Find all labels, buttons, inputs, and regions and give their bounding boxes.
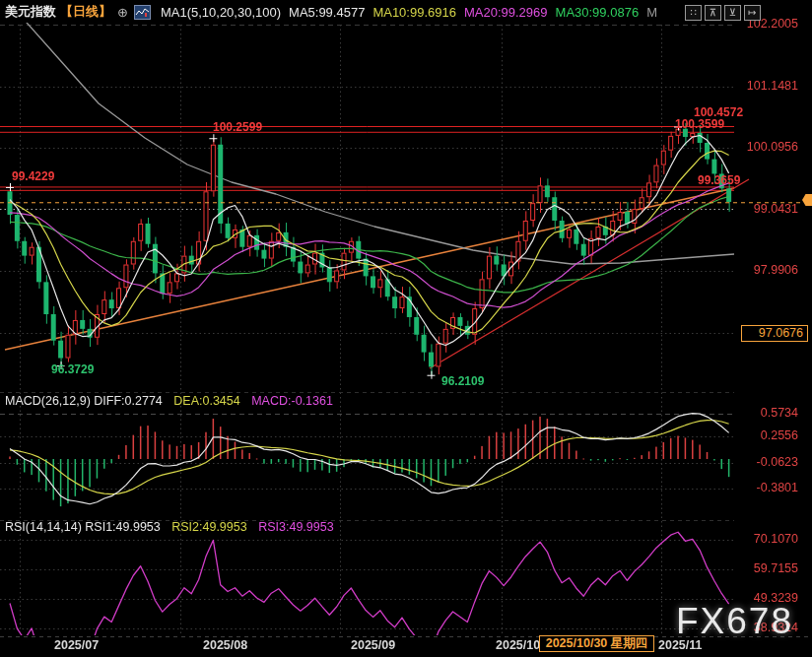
chart-toolbar: ∷ ⊼ ⊻ ↦ (685, 5, 761, 21)
ma30-value: MA30:99.0876 (556, 5, 640, 20)
expand-right-icon[interactable]: ↦ (744, 5, 761, 21)
pane-down-icon[interactable]: ⊻ (724, 5, 741, 21)
symbol-title: 美元指数 (5, 3, 56, 21)
pane-up-icon[interactable]: ⊼ (705, 5, 721, 21)
fx678-watermark: FX678 (676, 601, 793, 642)
crosshair-price-label: 97.0676 (741, 325, 808, 342)
rsi-params-rsi1: RSI(14,14,14) RSI1:49.9953 (5, 520, 161, 534)
macd-params-diff: MACD(26,12,9) DIFF:0.2774 (5, 394, 163, 408)
split-layout-icon[interactable]: ∷ (685, 5, 702, 21)
crosshair-date-label: 2025/10/30 星期四 (539, 635, 654, 652)
ma10-value: MA10:99.6916 (372, 5, 456, 20)
add-indicator-icon[interactable]: ⊕ (117, 5, 128, 20)
period-m-button[interactable]: M (646, 5, 657, 20)
period-label[interactable]: 【日线】 (60, 3, 111, 21)
mini-chart-icon[interactable] (134, 5, 151, 20)
macd-hist-value: MACD:-0.1361 (251, 394, 333, 408)
rsi2-value: RSI2:49.9953 (171, 520, 246, 534)
rsi3-value: RSI3:49.9953 (258, 520, 333, 534)
rsi-header: RSI(14,14,14) RSI1:49.9953 RSI2:49.9953 … (5, 520, 334, 534)
chart-window: 美元指数 【日线】 ⊕ MA1(5,10,20,30,100) MA5:99.4… (0, 0, 812, 657)
ma-settings-label: MA1(5,10,20,30,100) (161, 5, 281, 20)
chart-canvas[interactable] (0, 0, 812, 657)
chart-header: 美元指数 【日线】 ⊕ MA1(5,10,20,30,100) MA5:99.4… (5, 3, 657, 21)
ma20-value: MA20:99.2969 (464, 5, 548, 20)
ma5-value: MA5:99.4577 (289, 5, 365, 20)
macd-dea-value: DEA:0.3454 (173, 394, 239, 408)
macd-header: MACD(26,12,9) DIFF:0.2774 DEA:0.3454 MAC… (5, 394, 333, 408)
